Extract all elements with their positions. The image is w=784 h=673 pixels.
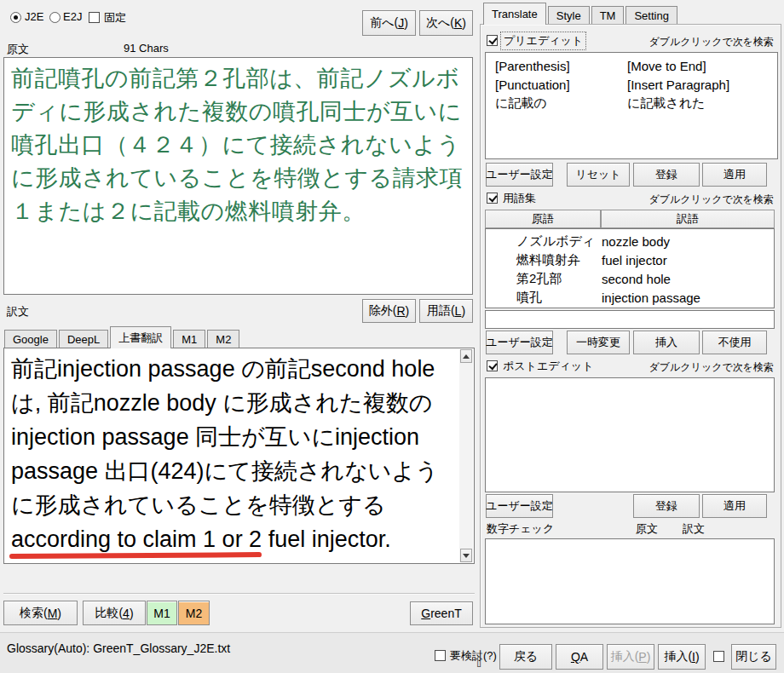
compare-button[interactable]: 比較(4) (83, 601, 146, 625)
tab-tm[interactable]: TM (591, 6, 625, 24)
search-button[interactable]: 検索(M) (3, 601, 78, 625)
tab-setting[interactable]: Setting (625, 6, 677, 24)
glossary-source-term: ノズルボディ (486, 233, 602, 250)
next-button[interactable]: 次へ(K) (419, 10, 473, 36)
preedit-item[interactable]: [Punctuation] [Insert Paragraph] (486, 75, 777, 94)
glossary-user-settings-button[interactable]: ユーザー設定 (486, 331, 553, 354)
source-char-count: 91 Chars (124, 42, 169, 55)
glossary-listbox[interactable]: ノズルボディ nozzle body 燃料噴射弁 fuel injector 第… (485, 228, 775, 308)
postedit-listbox[interactable] (485, 377, 775, 492)
preedit-item[interactable]: [Parenthesis] [Move to End] (486, 56, 777, 75)
insert-i-button[interactable]: 挿入(I) (658, 644, 706, 670)
label-part: 4 (123, 607, 130, 620)
glossary-unused-button[interactable]: 不使用 (702, 331, 767, 354)
postedit-apply-button[interactable]: 適用 (702, 494, 767, 518)
glossary-row[interactable]: 燃料噴射弁 fuel injector (486, 250, 774, 269)
qa-button[interactable]: QA (556, 644, 603, 670)
fixed-checkbox[interactable] (89, 12, 100, 23)
source-textarea[interactable]: 前記噴孔の前記第２孔部は、前記ノズルボディに形成された複数の噴孔同士が互いに噴孔… (3, 57, 473, 295)
label-part: L (455, 304, 462, 318)
postedit-search-hint: ダブルクリックで次を検索 (649, 360, 774, 375)
label-part: 比較( (95, 606, 123, 621)
source-text: 前記噴孔の前記第２孔部は、前記ノズルボディに形成された複数の噴孔同士が互いに噴孔… (11, 66, 463, 224)
target-label: 訳文 (7, 304, 29, 319)
glossary-header: 原語 訳語 (485, 210, 775, 228)
numcheck-source-label: 原文 (636, 521, 658, 537)
tab-translate[interactable]: Translate (483, 3, 546, 25)
prev-button[interactable]: 前へ(J) (362, 10, 416, 36)
m1-button[interactable]: M1 (147, 601, 177, 625)
label-part: ) (406, 304, 410, 318)
glossary-row[interactable]: ノズルボディ nozzle body (486, 232, 774, 250)
preedit-apply-button[interactable]: 適用 (702, 163, 767, 187)
tab-m1[interactable]: M1 (173, 330, 205, 348)
label-part: ) (462, 16, 466, 30)
label-part: K (454, 16, 462, 30)
preedit-item-left: に記載の (486, 95, 627, 112)
glossary-row[interactable]: 第2孔部 second hole (486, 269, 774, 288)
numcheck-label: 数字チェック (487, 521, 554, 537)
tab-google[interactable]: Google (4, 330, 57, 348)
preedit-register-button[interactable]: 登録 (633, 163, 700, 187)
glossary-search-hint: ダブルクリックで次を検索 (649, 193, 774, 207)
glossary-label: 用語集 (503, 191, 536, 206)
target-text-after: fuel injector. (262, 526, 391, 552)
glossary-edit-field[interactable] (485, 310, 775, 329)
close-button[interactable]: 閉じる (731, 644, 776, 670)
preedit-item[interactable]: に記載の に記載された (486, 94, 777, 112)
insert-p-button: 挿入(P) (607, 644, 654, 670)
target-scrollbar[interactable] (459, 349, 473, 562)
label-part: P (638, 650, 646, 664)
m2-button[interactable]: M2 (178, 601, 210, 625)
glossary-source-term: 燃料噴射弁 (486, 252, 602, 268)
review-checkbox[interactable] (435, 650, 446, 661)
preedit-reset-button[interactable]: リセット (567, 163, 630, 187)
scroll-down-button[interactable] (460, 549, 472, 562)
unnamed-checkbox[interactable] (713, 651, 724, 662)
tab-m2[interactable]: M2 (207, 330, 239, 348)
radio-e2j[interactable] (49, 12, 61, 23)
radio-j2e[interactable] (10, 12, 21, 23)
label-part: Q (571, 650, 580, 664)
exclude-button[interactable]: 除外(R) (362, 299, 416, 323)
scroll-up-button[interactable] (460, 349, 472, 363)
glossary-temp-change-button[interactable]: 一時変更 (567, 331, 630, 354)
label-part: ) (647, 650, 651, 664)
glossary-insert-button[interactable]: 挿入 (633, 331, 700, 354)
glossary-target-column-header[interactable]: 訳語 (601, 210, 775, 228)
preedit-user-settings-button[interactable]: ユーザー設定 (486, 163, 553, 187)
glossary-source-term: 第2孔部 (486, 271, 602, 287)
glossary-source-term: 噴孔 (486, 290, 602, 306)
right-tabstrip: Translate Style TM Setting (483, 3, 679, 25)
label-part: R (396, 304, 405, 318)
label-part: ) (404, 16, 408, 30)
term-button[interactable]: 用語(L) (419, 299, 473, 323)
tab-deepl[interactable]: DeepL (59, 330, 108, 348)
postedit-register-button[interactable]: 登録 (633, 494, 700, 518)
postedit-user-settings-button[interactable]: ユーザー設定 (486, 494, 553, 518)
tab-overwrite-translation[interactable]: 上書翻訳 (110, 326, 171, 348)
label-part: J (398, 16, 404, 30)
back-button[interactable]: 戻る (499, 644, 552, 670)
numcheck-listbox[interactable] (485, 538, 775, 624)
greent-button[interactable]: GreenT (410, 601, 473, 625)
target-textarea[interactable]: 前記injection passage の前記second hole は, 前記… (3, 348, 475, 564)
glossary-checkbox[interactable] (487, 193, 498, 204)
preedit-listbox[interactable]: [Parenthesis] [Move to End] [Punctuation… (485, 52, 778, 159)
glossary-row[interactable]: 噴孔 injection passage (486, 288, 774, 307)
preedit-checkbox[interactable] (487, 35, 498, 46)
triangle-down-icon (463, 554, 470, 558)
fixed-checkbox-label: 固定 (104, 10, 126, 26)
preedit-item-left: [Parenthesis] (486, 59, 627, 73)
glossary-source-column-header[interactable]: 原語 (485, 210, 601, 228)
label-part: 前へ( (370, 15, 398, 31)
label-part: reenT (430, 607, 462, 620)
label-part: 挿入( (664, 649, 692, 664)
tab-style[interactable]: Style (548, 6, 590, 24)
divider (3, 593, 475, 594)
label-part: M (48, 607, 58, 620)
postedit-checkbox[interactable] (487, 360, 498, 371)
label-part: 挿入( (611, 649, 639, 664)
target-text-underlined: according to claim 1 or 2 (11, 526, 262, 552)
label-part: G (421, 607, 430, 620)
